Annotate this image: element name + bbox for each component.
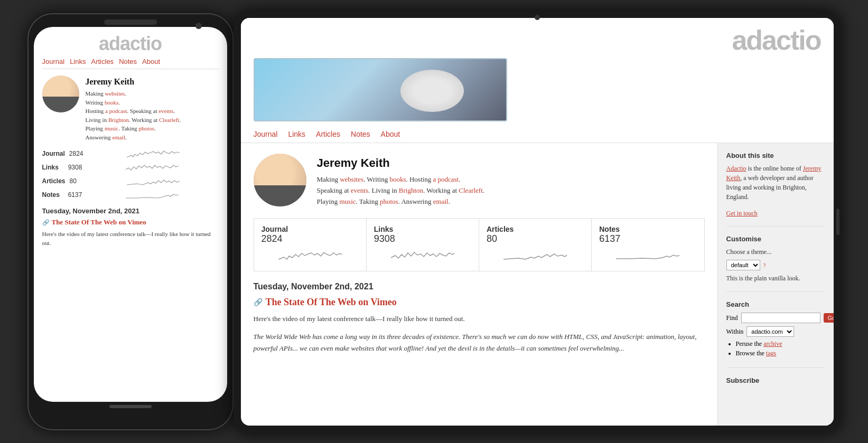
sidebar-within-label: Within: [726, 328, 744, 336]
phone-post-date: Tuesday, November 2nd, 2021: [42, 207, 219, 215]
tablet-bio-music[interactable]: music: [339, 197, 356, 205]
tablet-bio-websites[interactable]: websites: [340, 175, 363, 183]
phone-nav-about[interactable]: About: [142, 58, 160, 65]
phone-content: adactio Journal Links Articles Notes Abo…: [34, 27, 227, 402]
tablet-nav-links[interactable]: Links: [288, 130, 305, 138]
sidebar-search-input[interactable]: [741, 313, 820, 323]
sidebar-subscribe-section: Subscribe: [726, 376, 825, 397]
tablet-stat-links-label: Links: [374, 225, 471, 233]
sidebar-customise-heading: Customise: [726, 235, 825, 243]
tablet-post-body: Here's the video of my latest conference…: [254, 313, 705, 325]
tablet-bio-clearleft[interactable]: Clearleft: [459, 186, 482, 194]
tablet-post-italic: The World Wide Web has come a long way i…: [254, 331, 705, 354]
sidebar-go-button[interactable]: Go!: [824, 313, 834, 323]
tablet-stat-articles: Articles 80: [479, 219, 592, 271]
phone-bio-websites[interactable]: websites: [105, 90, 125, 97]
phone-bio-music[interactable]: music: [105, 125, 118, 131]
sidebar-within-select[interactable]: adactio.com: [746, 326, 794, 337]
phone-stats: Journal 2824 Links 9308 Articles 80: [42, 148, 219, 201]
sidebar-about-section: About this site Adactio is the online ho…: [726, 152, 825, 227]
phone-screen: adactio Journal Links Articles Notes Abo…: [34, 27, 227, 402]
phone-bio-brighton[interactable]: Brighton: [108, 117, 129, 123]
sidebar-theme-desc: This is the plain vanilla look.: [726, 274, 825, 283]
tablet-nav-notes[interactable]: Notes: [351, 130, 370, 138]
tablet-bio-books[interactable]: books: [389, 175, 406, 183]
phone-bio-clearleft[interactable]: Clearleft: [159, 117, 179, 123]
sidebar-get-in-touch[interactable]: Get in touch: [726, 210, 758, 217]
sidebar-about-text: Adactio is the online home of Jeremy Kei…: [726, 164, 825, 202]
phone-nav-journal[interactable]: Journal: [42, 58, 65, 65]
tablet-nav-about[interactable]: About: [381, 130, 400, 138]
tablet-bio-podcast[interactable]: a podcast: [433, 175, 459, 183]
tablet-header: adactio: [241, 18, 834, 54]
sidebar-archive-link[interactable]: archive: [763, 340, 782, 347]
phone-device: adactio Journal Links Articles Notes Abo…: [27, 13, 234, 430]
tablet-stat-journal-num: 2824: [262, 233, 359, 244]
tablet-sparkline-journal: [262, 248, 359, 262]
phone-nav-articles[interactable]: Articles: [91, 58, 114, 65]
sidebar-theme-label: Choose a theme...: [726, 247, 825, 257]
phone-bio-photos[interactable]: photos: [139, 125, 154, 131]
tablet-sparkline-articles: [487, 248, 584, 262]
tablet-bio-name: Jeremy Keith: [317, 154, 485, 172]
sidebar-subscribe-heading: Subscribe: [726, 376, 825, 384]
sidebar-within-row: Within adactio.com: [726, 326, 825, 337]
phone-stat-links-num: 9308: [68, 164, 82, 171]
tablet-stat-links: Links 9308: [367, 219, 479, 271]
phone-avatar-face: [42, 76, 79, 112]
tablet-bio-brighton[interactable]: Brighton: [399, 186, 423, 194]
tablet-nav-articles[interactable]: Articles: [316, 130, 340, 138]
phone-bio-name: Jeremy Keith: [86, 76, 181, 88]
sidebar-theme-help[interactable]: ?: [763, 262, 766, 268]
tablet-stats: Journal 2824 Links 9308: [254, 218, 705, 271]
phone-bio-books[interactable]: books: [105, 99, 118, 106]
sidebar-find-label: Find: [726, 314, 738, 322]
sidebar-theme-select[interactable]: default: [726, 260, 760, 270]
tablet-body: Jeremy Keith Making websites. Writing bo…: [241, 143, 834, 426]
tablet-hero-image: [254, 58, 507, 121]
phone-bio-events[interactable]: events: [158, 108, 173, 114]
phone-sparkline-notes: [86, 189, 218, 201]
tablet-sparkline-links: [374, 248, 471, 262]
tablet-camera: [535, 15, 540, 20]
tablet-main-content: Jeremy Keith Making websites. Writing bo…: [241, 143, 717, 426]
tablet-site-title: adactio: [732, 26, 820, 54]
phone-nav-links[interactable]: Links: [70, 58, 86, 65]
tablet-post-title[interactable]: 🔗 The State Of The Web on Vimeo: [254, 297, 705, 308]
phone-stat-articles-num: 80: [70, 177, 83, 185]
phone-stat-notes-num: 6137: [68, 191, 82, 199]
phone-speaker: [104, 20, 157, 25]
phone-nav-notes[interactable]: Notes: [119, 58, 137, 65]
sidebar-search-heading: Search: [726, 300, 825, 308]
sidebar-links-list: Peruse the archive Browse the tags: [726, 340, 825, 357]
tablet-stat-notes-num: 6137: [599, 233, 696, 244]
phone-home-button[interactable]: [109, 405, 152, 408]
tablet-avatar: [254, 154, 306, 206]
tablet-bio-events[interactable]: events: [351, 186, 368, 194]
sidebar-tags-link[interactable]: tags: [766, 350, 776, 357]
phone-bio-email[interactable]: email: [113, 134, 125, 140]
tablet-nav-journal[interactable]: Journal: [254, 130, 278, 138]
phone-bio-podcast[interactable]: a podcast: [105, 108, 127, 114]
phone-sparkline-journal: [88, 148, 219, 159]
phone-stat-articles: Articles 80: [42, 175, 219, 187]
tablet-bio-photos[interactable]: photos: [380, 197, 398, 205]
link-icon-tablet: 🔗: [254, 298, 263, 307]
phone-stat-links: Links 9308: [42, 162, 219, 173]
phone-post-title[interactable]: 🔗 The State Of The Web on Vimeo: [42, 218, 219, 227]
tablet-bio-email[interactable]: email: [433, 197, 449, 205]
phone-nav: Journal Links Articles Notes About: [42, 58, 219, 69]
sidebar-theme-row: default ?: [726, 260, 825, 270]
phone-sparkline-articles: [88, 175, 219, 187]
tablet-bio-section: Jeremy Keith Making websites. Writing bo…: [254, 154, 705, 208]
tablet-avatar-face: [254, 154, 306, 206]
sidebar-adactio-link[interactable]: Adactio: [726, 165, 746, 172]
tablet-device: adactio Journal Links Articles Notes Abo…: [234, 11, 841, 433]
tablet-home-button[interactable]: [836, 209, 839, 235]
tablet-stat-articles-label: Articles: [487, 225, 584, 233]
sidebar-search-section: Search Find Go! Within adactio.com: [726, 300, 825, 368]
sidebar-search-row: Find Go!: [726, 313, 825, 323]
tablet-post-date: Tuesday, November 2nd, 2021: [254, 282, 705, 291]
tablet-screen: adactio Journal Links Articles Notes Abo…: [241, 18, 834, 426]
tablet-nav: Journal Links Articles Notes About: [241, 126, 834, 143]
